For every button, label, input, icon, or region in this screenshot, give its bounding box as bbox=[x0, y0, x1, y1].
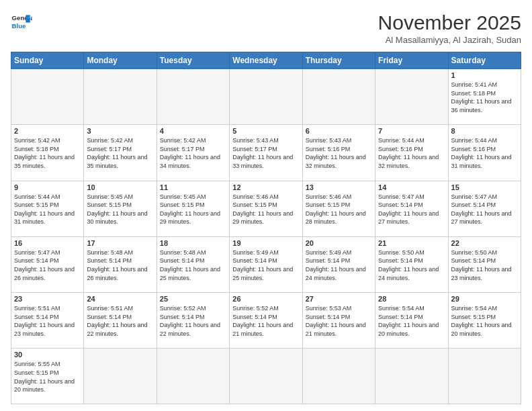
header-thursday: Thursday bbox=[302, 52, 375, 69]
table-cell: 14 Sunrise: 5:47 AMSunset: 5:14 PMDaylig… bbox=[375, 181, 448, 236]
table-cell bbox=[302, 69, 375, 125]
table-cell: 23 Sunrise: 5:51 AMSunset: 5:14 PMDaylig… bbox=[11, 293, 84, 349]
table-cell bbox=[375, 349, 448, 404]
table-cell: 16 Sunrise: 5:47 AMSunset: 5:14 PMDaylig… bbox=[11, 236, 84, 292]
table-cell bbox=[375, 69, 448, 125]
month-title: November 2025 bbox=[378, 11, 521, 35]
table-cell bbox=[448, 349, 521, 404]
table-cell: 26 Sunrise: 5:52 AMSunset: 5:14 PMDaylig… bbox=[230, 293, 302, 349]
table-row: 16 Sunrise: 5:47 AMSunset: 5:14 PMDaylig… bbox=[11, 236, 521, 292]
header-monday: Monday bbox=[84, 52, 157, 69]
calendar-table: Sunday Monday Tuesday Wednesday Thursday… bbox=[11, 52, 521, 404]
table-cell: 24 Sunrise: 5:51 AMSunset: 5:14 PMDaylig… bbox=[84, 293, 157, 349]
subtitle: Al Masallamiyya, Al Jazirah, Sudan bbox=[378, 35, 521, 45]
table-cell: 12 Sunrise: 5:46 AMSunset: 5:15 PMDaylig… bbox=[230, 181, 302, 236]
table-cell: 29 Sunrise: 5:54 AMSunset: 5:15 PMDaylig… bbox=[448, 293, 521, 349]
table-row: 2 Sunrise: 5:42 AMSunset: 5:18 PMDayligh… bbox=[11, 125, 521, 181]
table-cell bbox=[157, 69, 229, 125]
table-cell: 1 Sunrise: 5:41 AMSunset: 5:18 PMDayligh… bbox=[448, 69, 521, 125]
table-row: 1 Sunrise: 5:41 AMSunset: 5:18 PMDayligh… bbox=[11, 69, 521, 125]
header-friday: Friday bbox=[375, 52, 448, 69]
table-row: 30 Sunrise: 5:55 AMSunset: 5:15 PMDaylig… bbox=[11, 349, 521, 404]
table-cell: 2 Sunrise: 5:42 AMSunset: 5:18 PMDayligh… bbox=[11, 125, 84, 181]
header-sunday: Sunday bbox=[11, 52, 84, 69]
header: General Blue November 2025 Al Masallamiy… bbox=[11, 11, 521, 45]
table-cell: 17 Sunrise: 5:48 AMSunset: 5:14 PMDaylig… bbox=[84, 236, 157, 292]
table-cell: 30 Sunrise: 5:55 AMSunset: 5:15 PMDaylig… bbox=[11, 349, 84, 404]
table-cell bbox=[84, 69, 157, 125]
logo: General Blue bbox=[11, 11, 32, 32]
table-cell: 27 Sunrise: 5:53 AMSunset: 5:14 PMDaylig… bbox=[302, 293, 375, 349]
table-cell bbox=[230, 69, 302, 125]
table-cell bbox=[157, 349, 229, 404]
table-cell: 6 Sunrise: 5:43 AMSunset: 5:16 PMDayligh… bbox=[302, 125, 375, 181]
table-cell: 18 Sunrise: 5:48 AMSunset: 5:14 PMDaylig… bbox=[157, 236, 229, 292]
table-cell: 7 Sunrise: 5:44 AMSunset: 5:16 PMDayligh… bbox=[375, 125, 448, 181]
table-cell: 21 Sunrise: 5:50 AMSunset: 5:14 PMDaylig… bbox=[375, 236, 448, 292]
table-cell: 22 Sunrise: 5:50 AMSunset: 5:14 PMDaylig… bbox=[448, 236, 521, 292]
header-tuesday: Tuesday bbox=[157, 52, 229, 69]
table-cell: 25 Sunrise: 5:52 AMSunset: 5:14 PMDaylig… bbox=[157, 293, 229, 349]
table-cell: 5 Sunrise: 5:43 AMSunset: 5:17 PMDayligh… bbox=[230, 125, 302, 181]
table-row: 9 Sunrise: 5:44 AMSunset: 5:15 PMDayligh… bbox=[11, 181, 521, 236]
svg-text:Blue: Blue bbox=[12, 22, 26, 30]
logo-icon: General Blue bbox=[11, 11, 32, 32]
header-wednesday: Wednesday bbox=[230, 52, 302, 69]
table-cell: 11 Sunrise: 5:45 AMSunset: 5:15 PMDaylig… bbox=[157, 181, 229, 236]
table-cell: 10 Sunrise: 5:45 AMSunset: 5:15 PMDaylig… bbox=[84, 181, 157, 236]
table-cell: 20 Sunrise: 5:49 AMSunset: 5:14 PMDaylig… bbox=[302, 236, 375, 292]
weekday-header-row: Sunday Monday Tuesday Wednesday Thursday… bbox=[11, 52, 521, 69]
table-cell bbox=[84, 349, 157, 404]
table-row: 23 Sunrise: 5:51 AMSunset: 5:14 PMDaylig… bbox=[11, 293, 521, 349]
table-cell: 9 Sunrise: 5:44 AMSunset: 5:15 PMDayligh… bbox=[11, 181, 84, 236]
table-cell: 13 Sunrise: 5:46 AMSunset: 5:15 PMDaylig… bbox=[302, 181, 375, 236]
title-block: November 2025 Al Masallamiyya, Al Jazira… bbox=[378, 11, 521, 45]
table-cell: 4 Sunrise: 5:42 AMSunset: 5:17 PMDayligh… bbox=[157, 125, 229, 181]
table-cell: 8 Sunrise: 5:44 AMSunset: 5:16 PMDayligh… bbox=[448, 125, 521, 181]
page: General Blue November 2025 Al Masallamiy… bbox=[0, 0, 532, 411]
table-cell: 28 Sunrise: 5:54 AMSunset: 5:14 PMDaylig… bbox=[375, 293, 448, 349]
table-cell bbox=[11, 69, 84, 125]
table-cell: 19 Sunrise: 5:49 AMSunset: 5:14 PMDaylig… bbox=[230, 236, 302, 292]
table-cell: 15 Sunrise: 5:47 AMSunset: 5:14 PMDaylig… bbox=[448, 181, 521, 236]
header-saturday: Saturday bbox=[448, 52, 521, 69]
table-cell bbox=[230, 349, 302, 404]
table-cell: 3 Sunrise: 5:42 AMSunset: 5:17 PMDayligh… bbox=[84, 125, 157, 181]
table-cell bbox=[302, 349, 375, 404]
